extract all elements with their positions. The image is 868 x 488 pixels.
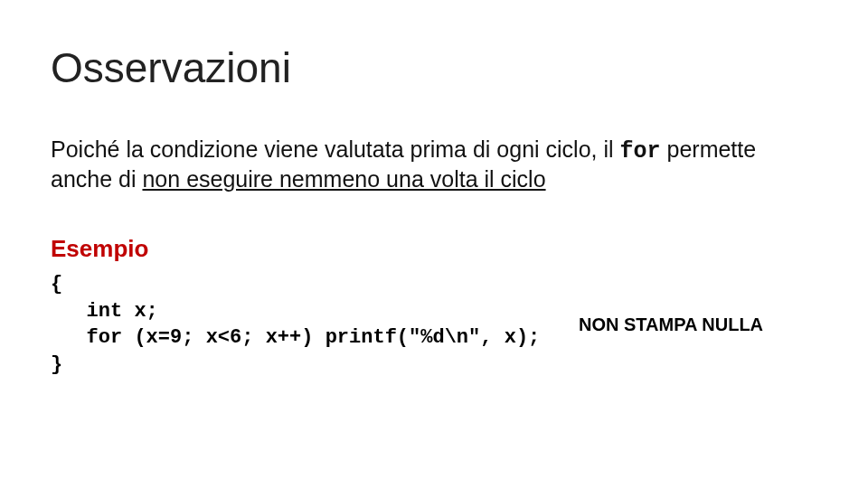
body-mono-for: for — [620, 138, 661, 164]
code-block: { int x; for (x=9; x<6; x++) printf("%d\… — [51, 271, 540, 379]
body-prefix: Poiché la condizione viene valutata prim… — [51, 136, 620, 162]
body-underlined: non eseguire nemmeno una volta il ciclo — [142, 166, 545, 192]
body-paragraph: Poiché la condizione viene valutata prim… — [51, 136, 819, 194]
esempio-label: Esempio — [51, 235, 148, 263]
slide: Osservazioni Poiché la condizione viene … — [0, 0, 868, 488]
output-note: NON STAMPA NULLA — [579, 314, 763, 335]
slide-title: Osservazioni — [51, 43, 291, 92]
